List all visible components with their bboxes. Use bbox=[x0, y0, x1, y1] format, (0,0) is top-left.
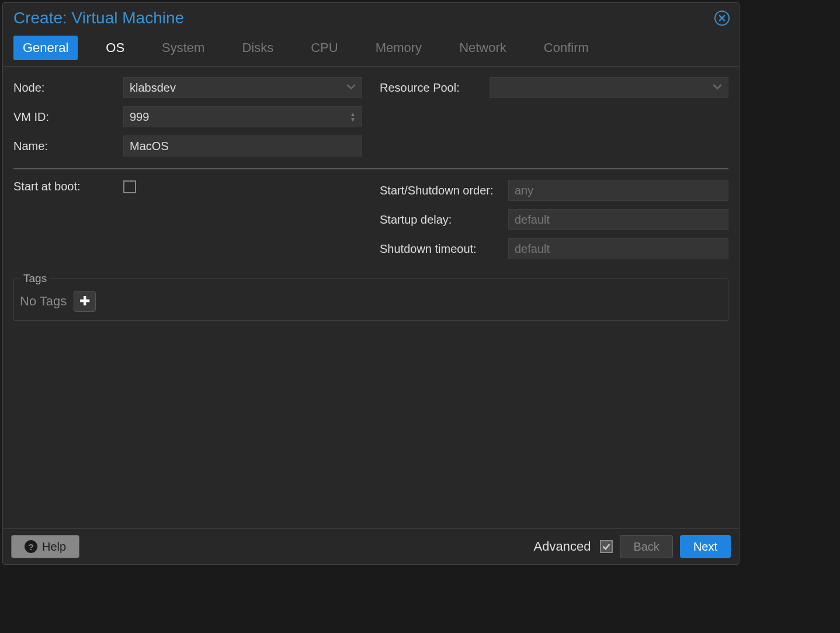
no-tags-text: No Tags bbox=[20, 294, 67, 309]
start-at-boot-checkbox[interactable] bbox=[123, 180, 136, 193]
tags-legend: Tags bbox=[20, 272, 50, 285]
form-advanced: Start at boot: Start/Shutdown order: any… bbox=[13, 180, 728, 259]
close-button[interactable] bbox=[714, 11, 730, 26]
row-node: Node: klabsdev bbox=[13, 77, 362, 98]
name-value: MacOS bbox=[130, 140, 169, 153]
dialog-title: Create: Virtual Machine bbox=[13, 9, 184, 27]
row-start-shutdown-order: Start/Shutdown order: any bbox=[380, 180, 728, 201]
separator bbox=[13, 168, 728, 169]
label-startup-delay: Startup delay: bbox=[380, 213, 508, 227]
adv-right-col: Start/Shutdown order: any Startup delay:… bbox=[380, 180, 728, 259]
help-button[interactable]: ? Help bbox=[11, 535, 79, 558]
row-resource-pool: Resource Pool: bbox=[380, 77, 728, 98]
next-button[interactable]: Next bbox=[680, 535, 731, 558]
row-start-at-boot: Start at boot: bbox=[13, 180, 362, 193]
label-start-at-boot: Start at boot: bbox=[13, 180, 123, 193]
tab-cpu[interactable]: CPU bbox=[301, 36, 347, 60]
wizard-tabs: General OS System Disks CPU Memory Netwo… bbox=[3, 36, 739, 67]
tab-disks[interactable]: Disks bbox=[232, 36, 283, 60]
chevron-down-icon bbox=[713, 81, 722, 95]
row-name: Name: MacOS bbox=[13, 135, 362, 156]
advanced-checkbox[interactable] bbox=[600, 540, 613, 553]
tab-confirm[interactable]: Confirm bbox=[534, 36, 598, 60]
vmid-input[interactable]: 999 ▲▼ bbox=[123, 106, 362, 127]
close-icon bbox=[718, 15, 726, 22]
form-top: Node: klabsdev VM ID: 999 ▲▼ bbox=[13, 77, 728, 156]
vmid-value: 999 bbox=[130, 110, 149, 124]
plus-icon: ✚ bbox=[79, 294, 90, 309]
back-label: Back bbox=[633, 540, 659, 554]
check-icon bbox=[602, 542, 611, 551]
tags-row: No Tags ✚ bbox=[20, 291, 722, 312]
row-vmid: VM ID: 999 ▲▼ bbox=[13, 106, 362, 127]
label-vmid: VM ID: bbox=[13, 110, 123, 124]
tab-os[interactable]: OS bbox=[96, 36, 134, 60]
shutdown-timeout-placeholder: default bbox=[515, 242, 550, 256]
chevron-down-icon bbox=[346, 81, 356, 95]
dialog-body: Node: klabsdev VM ID: 999 ▲▼ bbox=[3, 67, 739, 528]
dialog-footer: ? Help Advanced Back Next bbox=[3, 528, 739, 564]
create-vm-dialog: Create: Virtual Machine General OS Syste… bbox=[2, 2, 740, 565]
back-button[interactable]: Back bbox=[620, 535, 672, 558]
form-right-col: Resource Pool: bbox=[380, 77, 728, 156]
shutdown-timeout-input[interactable]: default bbox=[508, 238, 728, 259]
label-node: Node: bbox=[13, 81, 123, 95]
next-label: Next bbox=[693, 540, 717, 554]
row-shutdown-timeout: Shutdown timeout: default bbox=[380, 238, 728, 259]
help-icon: ? bbox=[25, 540, 37, 553]
tab-system[interactable]: System bbox=[152, 36, 214, 60]
advanced-label: Advanced bbox=[534, 539, 591, 554]
tags-fieldset: Tags No Tags ✚ bbox=[13, 272, 728, 321]
label-shutdown-timeout: Shutdown timeout: bbox=[380, 242, 508, 256]
label-resource-pool: Resource Pool: bbox=[380, 81, 490, 95]
node-select[interactable]: klabsdev bbox=[123, 77, 362, 98]
tab-memory[interactable]: Memory bbox=[366, 36, 431, 60]
label-start-shutdown-order: Start/Shutdown order: bbox=[380, 184, 508, 197]
start-shutdown-order-placeholder: any bbox=[515, 184, 533, 197]
node-value: klabsdev bbox=[130, 81, 176, 95]
label-name: Name: bbox=[13, 140, 123, 153]
adv-left-col: Start at boot: bbox=[13, 180, 362, 259]
form-left-col: Node: klabsdev VM ID: 999 ▲▼ bbox=[13, 77, 362, 156]
help-label: Help bbox=[42, 540, 66, 554]
resource-pool-select[interactable] bbox=[490, 77, 728, 98]
tab-network[interactable]: Network bbox=[450, 36, 516, 60]
dialog-header: Create: Virtual Machine bbox=[3, 3, 739, 36]
name-input[interactable]: MacOS bbox=[123, 135, 362, 156]
startup-delay-placeholder: default bbox=[515, 213, 550, 227]
tab-general[interactable]: General bbox=[13, 36, 78, 60]
start-shutdown-order-input[interactable]: any bbox=[508, 180, 728, 201]
startup-delay-input[interactable]: default bbox=[508, 209, 728, 230]
row-startup-delay: Startup delay: default bbox=[380, 209, 728, 230]
add-tag-button[interactable]: ✚ bbox=[74, 291, 96, 312]
spinner-icon: ▲▼ bbox=[350, 112, 356, 122]
